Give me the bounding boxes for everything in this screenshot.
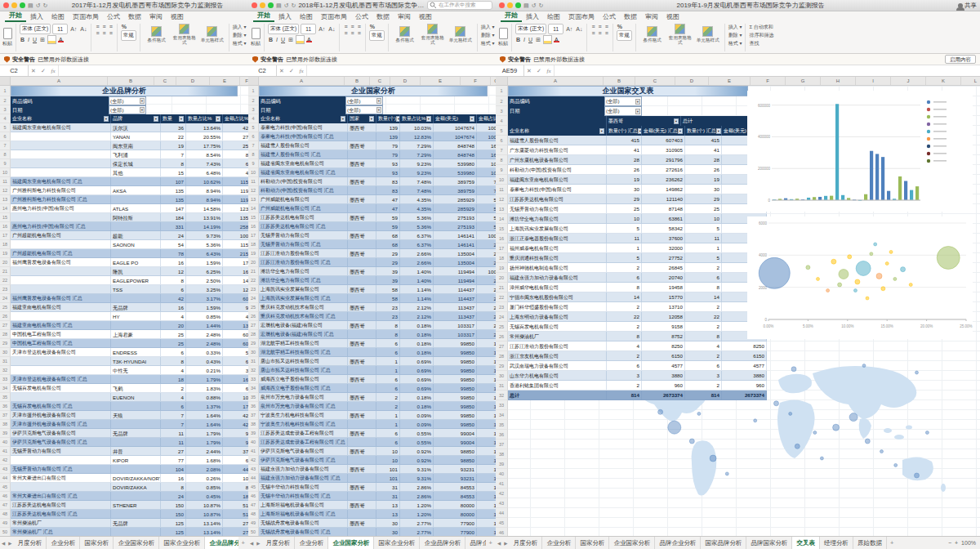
row-number[interactable]: 11 <box>0 177 11 186</box>
cell[interactable]: 19 <box>161 141 186 150</box>
cell[interactable]: 无锡开普动力有限公司 <box>508 204 607 214</box>
cell[interactable]: 21547 <box>223 249 248 258</box>
cell[interactable]: 扬州神驰机电制造有限公司 <box>508 263 607 273</box>
paste-button[interactable]: 粘贴 <box>251 40 261 47</box>
redo-icon[interactable]: ↻ <box>43 2 48 8</box>
cell[interactable]: 1.64% <box>186 411 223 420</box>
decrease-font-icon[interactable]: A↓ <box>327 26 336 32</box>
filter-arrow-icon[interactable]: ▾ <box>674 118 679 124</box>
cell[interactable]: 天狼 <box>111 411 161 420</box>
cell[interactable]: 10.87% <box>186 510 223 519</box>
row-number[interactable]: 7 <box>0 141 11 150</box>
align-top-icon[interactable]: ≡ <box>590 24 595 29</box>
row-number[interactable]: 26 <box>248 312 259 321</box>
sheet-nav-left-icon[interactable]: ◀ <box>496 537 502 549</box>
add-sheet-button[interactable]: + <box>486 537 496 549</box>
row-number[interactable]: 5 <box>496 126 508 136</box>
cell[interactable]: 15 <box>161 168 186 177</box>
cell[interactable]: 2.86% <box>400 492 434 501</box>
font-name-select[interactable]: 宋体 (正文) <box>515 24 546 34</box>
row-number[interactable]: 17 <box>0 231 11 240</box>
cell[interactable]: 11981 <box>223 195 248 204</box>
cell[interactable]: 68 <box>376 231 400 240</box>
cell[interactable]: 3 <box>685 371 722 381</box>
cell[interactable]: 54 <box>161 240 186 249</box>
cell[interactable]: 0.55% <box>400 438 434 447</box>
italic-button[interactable]: I <box>523 37 526 42</box>
cell[interactable] <box>11 276 111 285</box>
cell[interactable] <box>111 249 161 258</box>
row-number[interactable]: 35 <box>248 393 259 402</box>
cell[interactable]: 848748 <box>434 150 477 159</box>
ribbon-tab-绘图[interactable]: 绘图 <box>296 12 317 22</box>
cell[interactable]: 江苏苏美达机电有限公司 <box>259 213 348 222</box>
cell[interactable] <box>348 402 376 411</box>
cell[interactable]: 93231 <box>434 465 477 474</box>
cell[interactable]: 墨西哥 <box>348 483 376 492</box>
cell[interactable]: 无锡开普动力有限公司 <box>11 447 111 456</box>
cell[interactable]: 9.31% <box>400 474 434 483</box>
column-letter[interactable]: J <box>891 77 926 85</box>
cell[interactable]: 墨西哥 <box>348 159 376 168</box>
row-number[interactable]: 43 <box>248 465 259 474</box>
row-number[interactable]: 45 <box>248 483 259 492</box>
row-number[interactable]: 34 <box>496 410 508 420</box>
row-number[interactable]: 30 <box>496 371 508 381</box>
row-number[interactable]: 40 <box>248 438 259 447</box>
cell[interactable]: 0.69% <box>400 375 434 384</box>
cell[interactable]: 无锡丰华动力科技有限公司 <box>259 483 348 492</box>
fx-icon[interactable]: fx <box>48 65 58 76</box>
cell[interactable]: 23 <box>376 303 400 312</box>
cell[interactable] <box>111 420 161 429</box>
cell[interactable]: 6 <box>685 361 722 371</box>
cell[interactable] <box>348 294 376 303</box>
cell[interactable]: 4.35% <box>400 195 434 204</box>
cell[interactable]: 41 <box>607 145 642 155</box>
cell[interactable]: ATLAS <box>111 204 161 213</box>
cell[interactable]: 福建雪人股份有限公司 汇总 <box>259 150 348 159</box>
cell[interactable]: 47 <box>376 204 400 213</box>
cell[interactable]: 962 <box>223 429 248 438</box>
cell[interactable]: 闽东亚南 <box>111 141 161 150</box>
zoom-out-button[interactable]: − <box>948 540 951 546</box>
cell[interactable]: 1.67% <box>477 483 496 492</box>
cell[interactable]: 广州超能机电有限公司 <box>11 231 111 240</box>
percent-style-button[interactable]: % <box>617 24 632 29</box>
cell[interactable]: 31 <box>376 483 400 492</box>
filter-arrow-icon[interactable]: ▾ <box>599 128 604 134</box>
cell[interactable]: 1.37% <box>186 402 223 411</box>
cell[interactable]: 1.95% <box>477 456 496 465</box>
cell[interactable]: 22 <box>161 132 186 141</box>
ribbon-tab-视图[interactable]: 视图 <box>415 12 436 22</box>
style-button-0[interactable]: 条件格式 <box>639 26 666 42</box>
cell[interactable]: 2727 <box>223 528 248 536</box>
row-number[interactable]: 33 <box>0 375 11 384</box>
sheet-tab-原始数据[interactable]: 原始数据 <box>853 537 887 549</box>
cell[interactable]: 78 <box>161 249 186 258</box>
cell[interactable]: 3880 <box>642 371 685 381</box>
cell[interactable]: 1 <box>685 243 722 253</box>
cell[interactable]: 墨西哥 <box>348 231 376 240</box>
cell[interactable]: 墨西哥 <box>348 501 376 510</box>
find-button[interactable]: 查找 <box>749 40 773 47</box>
row-number[interactable]: 1 <box>0 86 11 96</box>
row-number[interactable]: 5 <box>248 123 259 132</box>
fx-icon[interactable]: fx <box>544 65 554 76</box>
row-number[interactable]: 24 <box>248 294 259 303</box>
row-number[interactable]: 3 <box>496 106 508 116</box>
borders-icon[interactable]: ⊞ <box>287 37 294 43</box>
cell[interactable]: 2.24% <box>477 312 496 321</box>
row-number[interactable]: 1 <box>496 86 508 96</box>
sheet-tab-品牌企业分析[interactable]: 品牌企业分析 <box>466 537 485 549</box>
row-number[interactable]: 21 <box>248 267 259 276</box>
cell[interactable]: 福州鹰普发电设备有限公司 汇总 <box>11 294 111 303</box>
cell[interactable]: 6.25% <box>186 267 223 276</box>
sheet-tab-交叉表[interactable]: 交叉表 <box>792 537 820 549</box>
row-number[interactable]: 7 <box>496 145 508 155</box>
row-number[interactable]: 41 <box>496 479 508 489</box>
align-bottom-icon[interactable]: ≡ <box>604 24 609 29</box>
row-number[interactable]: 45 <box>496 518 508 528</box>
font-name-select[interactable]: 宋体 (正文) <box>268 24 299 34</box>
row-number[interactable]: 30 <box>0 348 11 357</box>
cell[interactable]: 80000 <box>434 510 477 519</box>
